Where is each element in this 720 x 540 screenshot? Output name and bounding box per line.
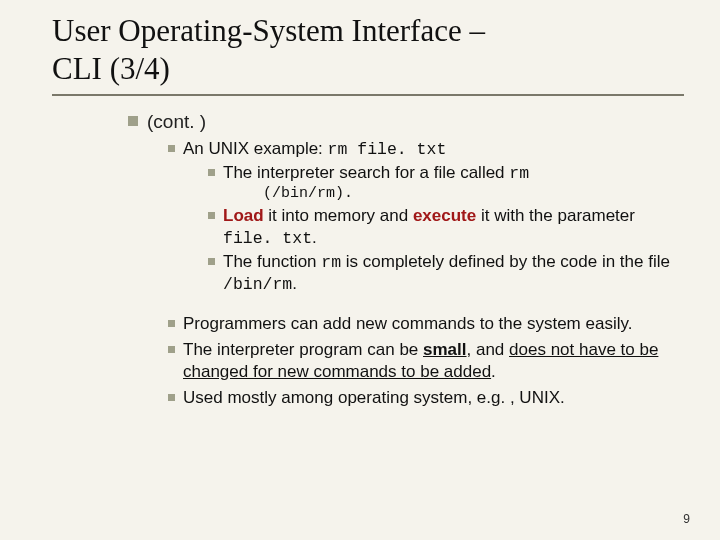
add-commands-text: Programmers can add new commands to the … xyxy=(183,313,684,335)
bullet-function-defined: The function rm is completely defined by… xyxy=(208,251,684,295)
bullet-bin-path: (/bin/rm). xyxy=(248,184,684,203)
text-segment: The function xyxy=(223,252,321,271)
bullet-used-unix: Used mostly among operating system, e.g.… xyxy=(168,387,684,409)
page-number: 9 xyxy=(683,512,690,526)
emph-execute: execute xyxy=(413,206,476,225)
square-bullet-icon xyxy=(208,212,215,219)
square-bullet-icon xyxy=(168,145,175,152)
title-line-1: User Operating-System Interface – xyxy=(52,13,485,48)
bullet-add-commands: Programmers can add new commands to the … xyxy=(168,313,684,335)
unix-example-text: An UNIX example: rm file. txt xyxy=(183,138,684,160)
text-segment: . xyxy=(292,274,297,293)
code-rm: rm xyxy=(321,253,341,272)
square-bullet-icon xyxy=(168,394,175,401)
code-file-txt: file. txt xyxy=(223,229,312,248)
square-bullet-icon xyxy=(168,346,175,353)
bullet-interpreter-search: The interpreter search for a file called… xyxy=(208,162,684,184)
bullet-load-execute: Load it into memory and execute it with … xyxy=(208,205,684,249)
text-segment: The interpreter program can be xyxy=(183,340,423,359)
title-line-2: CLI (3/4) xyxy=(52,51,170,86)
slide-title: User Operating-System Interface – CLI (3… xyxy=(52,12,684,90)
used-unix-text: Used mostly among operating system, e.g.… xyxy=(183,387,684,409)
square-bullet-icon xyxy=(208,258,215,265)
cont-label: (cont. ) xyxy=(147,110,684,134)
text-segment: , and xyxy=(467,340,510,359)
bullet-cont: (cont. ) xyxy=(128,110,684,134)
interpreter-search-text: The interpreter search for a file called… xyxy=(223,162,684,184)
square-bullet-icon xyxy=(208,169,215,176)
text-segment: is completely defined by the code in the… xyxy=(341,252,670,271)
emph-small: small xyxy=(423,340,466,359)
text-segment: it with the parameter xyxy=(476,206,635,225)
function-defined-text: The function rm is completely defined by… xyxy=(223,251,684,295)
load-execute-text: Load it into memory and execute it with … xyxy=(223,205,684,249)
square-bullet-icon xyxy=(128,116,138,126)
code-bin-rm: /bin/rm xyxy=(223,275,292,294)
text-segment: An UNIX example: xyxy=(183,139,328,158)
code-rm-file: rm file. txt xyxy=(328,140,447,159)
text-segment: . xyxy=(312,228,317,247)
text-segment: The interpreter search for a file called xyxy=(223,163,509,182)
title-underline xyxy=(52,94,684,96)
bin-path-text: (/bin/rm). xyxy=(263,184,684,203)
emph-load: Load xyxy=(223,206,264,225)
code-rm: rm xyxy=(509,164,529,183)
bullet-unix-example: An UNIX example: rm file. txt xyxy=(168,138,684,160)
text-segment: it into memory and xyxy=(264,206,413,225)
square-bullet-icon xyxy=(168,320,175,327)
bullet-interpreter-small: The interpreter program can be small, an… xyxy=(168,339,684,383)
interpreter-small-text: The interpreter program can be small, an… xyxy=(183,339,684,383)
text-segment: . xyxy=(491,362,496,381)
